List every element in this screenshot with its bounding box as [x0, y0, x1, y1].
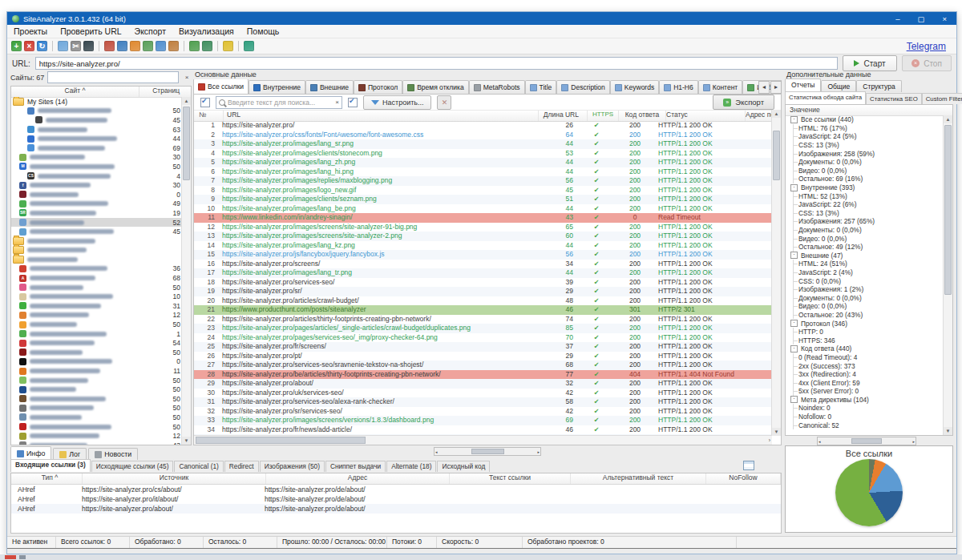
column-header-6[interactable]: Статус [666, 111, 746, 121]
table-row[interactable]: 1https://site-analyzer.pro/26✔200HTTP/1.… [194, 121, 772, 131]
sites-search-clear-icon[interactable]: × [182, 74, 192, 81]
tree-item[interactable]: Остальное: 49 (12%) [786, 243, 944, 252]
table-row[interactable]: 26https://site-analyzer.pro/pt/29✔200HTT… [194, 352, 772, 361]
export-button[interactable]: » Экспорт [713, 95, 774, 110]
site-row[interactable]: 43 [11, 441, 182, 445]
site-row[interactable]: 44 [11, 134, 182, 143]
stop-button[interactable]: × Стоп [902, 55, 952, 71]
table-row[interactable]: 4https://site-analyzer.pro/images/client… [194, 149, 772, 159]
tree-item[interactable]: Изображения: 258 (59%) [786, 149, 944, 158]
right-splitter-slider[interactable]: ◂▸ [817, 437, 916, 445]
details-column-4[interactable]: Текст ссылки [450, 473, 571, 484]
reports-tab-3[interactable]: Структура [856, 80, 901, 92]
tree-item[interactable]: Изображения: 257 (65%) [786, 217, 944, 226]
tab-metarobots[interactable]: MetaRobots [469, 80, 525, 94]
tree-item[interactable]: CSS: 13 (3%) [786, 209, 944, 218]
details-tab-3[interactable]: Новости [88, 448, 138, 460]
table-row[interactable]: 23https://site-analyzer.pro/pages/articl… [194, 324, 772, 333]
tree-item[interactable]: JavaScript: 2 (4%) [786, 268, 944, 277]
details-column-1[interactable]: Тип ^ [11, 473, 83, 484]
tab-протокол[interactable]: Протокол [354, 80, 402, 94]
table-row[interactable]: 14https://site-analyzer.pro/images/lang_… [194, 241, 772, 251]
site-row[interactable]: 0 [11, 357, 182, 367]
site-row[interactable]: 45 [11, 115, 182, 125]
column-header-3[interactable]: Длина URL [539, 111, 588, 121]
site-row[interactable]: 69 [11, 143, 182, 153]
table-row[interactable]: 17https://site-analyzer.pro/images/lang_… [194, 268, 772, 278]
site-row[interactable]: 50 [11, 394, 182, 404]
site-row[interactable]: 50 [11, 404, 182, 413]
url-input[interactable] [35, 57, 838, 70]
reports-tab-2[interactable]: Общие [821, 80, 856, 92]
table-report-icon[interactable] [168, 41, 179, 51]
tree-item[interactable]: Видео: 0 (0,0%) [786, 167, 944, 175]
collapse-icon[interactable]: - [790, 345, 798, 353]
tree-item[interactable]: 2xx (Success): 373 [786, 361, 944, 370]
details-tab-2[interactable]: Лог [53, 448, 87, 460]
collapse-icon[interactable]: - [790, 184, 798, 191]
copy-icon[interactable] [58, 41, 68, 51]
details-subtab-1[interactable]: Входящие ссылки (3) [10, 459, 91, 472]
site-row[interactable]: 12 [11, 311, 182, 320]
tree-item[interactable]: Canonical: 52 [786, 421, 944, 429]
column-header-5[interactable]: Код ответа [619, 111, 666, 121]
tree-item[interactable]: HTML: 76 (17%) [786, 124, 944, 133]
sitemap-icon[interactable] [189, 41, 200, 51]
close-button[interactable]: × [942, 14, 947, 23]
tree-item[interactable]: Документы: 0 (0,0%) [786, 293, 944, 302]
tree-group[interactable]: -Внутренние (393) [786, 183, 944, 192]
tree-item[interactable]: Видео: 0 (0,0%) [786, 302, 944, 311]
table-hscrollbar[interactable]: › [194, 435, 772, 445]
site-row[interactable]: M50 [11, 162, 182, 171]
menu-item-1[interactable]: Проекты [7, 26, 54, 36]
sidebar-scrollbar[interactable]: ▲▼ [181, 97, 191, 445]
site-row[interactable]: 50 [11, 422, 182, 432]
tree-item[interactable]: 4xx (Client Error): 59 [786, 378, 944, 387]
clear-filter-button[interactable]: ✕ [437, 95, 451, 110]
table-row[interactable]: 30https://site-analyzer.pro/uk/services-… [194, 389, 772, 398]
minimize-button[interactable]: – [895, 14, 899, 23]
value-column-header[interactable]: Значение [786, 105, 952, 116]
sites-column-pages[interactable]: Страниц [139, 87, 191, 97]
table-row[interactable]: 28https://site-analyzer.pro/be/articles/… [194, 370, 772, 380]
table-row[interactable]: 10https://site-analyzer.pro/images/lang_… [194, 204, 772, 214]
collapse-icon[interactable]: - [790, 320, 798, 327]
details-subtab-8[interactable]: Исходный код [437, 461, 490, 472]
site-row[interactable]: 30 [11, 153, 182, 163]
site-folder-row[interactable]: My Sites (14) [11, 97, 182, 107]
tree-item[interactable]: HTTP: 0 [786, 328, 944, 336]
tree-item[interactable]: JavaScript: 22 (6%) [786, 200, 944, 209]
table-row[interactable]: 33https://site-analyzer.pro/images/scree… [194, 416, 772, 425]
refresh-icon[interactable]: ↻ [37, 41, 47, 51]
tree-item[interactable]: 3xx (Redirection): 4 [786, 370, 944, 379]
table-row[interactable]: 7https://site-analyzer.pro/images/replie… [194, 176, 772, 186]
tree-item[interactable]: CSS: 0 (0,0%) [786, 276, 944, 285]
site-row[interactable]: 52 [11, 218, 182, 228]
collapse-icon[interactable]: - [790, 396, 798, 403]
details-tab-1[interactable]: Инфо [10, 446, 51, 460]
tree-item[interactable]: Остальное: 69 (16%) [786, 175, 944, 183]
delete-icon[interactable]: × [24, 41, 34, 51]
table-row[interactable]: 21https://www.producthunt.com/posts/site… [194, 305, 772, 315]
site-row[interactable]: 50 [11, 348, 182, 357]
column-header-1[interactable]: № [194, 111, 224, 121]
menu-item-4[interactable]: Визуализация [172, 26, 240, 36]
site-row[interactable]: 12 [11, 431, 182, 441]
table-row[interactable]: 15https://site-analyzer.pro/js/fancybox/… [194, 250, 772, 260]
chart-icon[interactable] [117, 41, 127, 51]
table-row[interactable]: 3https://site-analyzer.pro/images/lang_s… [194, 139, 772, 149]
table-search-input[interactable]: Введите текст для поиска... × [216, 96, 342, 109]
maximize-button[interactable]: ▢ [917, 14, 924, 23]
tree-item[interactable]: Документы: 0 (0,0%) [786, 226, 944, 235]
tree-scrollbar[interactable]: ▲▼ [943, 115, 952, 435]
table-row[interactable]: 27https://site-analyzer.pro/services-seo… [194, 361, 772, 370]
site-row[interactable]: 50 [11, 283, 182, 292]
site-row[interactable]: 50 [11, 107, 182, 116]
tab-внешние[interactable]: Внешние [305, 80, 354, 94]
tab-время-отклика[interactable]: Время отклика [402, 80, 469, 94]
site-row[interactable]: 50 [11, 376, 182, 385]
tab-контент[interactable]: Контент [698, 80, 743, 94]
table-row[interactable]: 18https://site-analyzer.pro/services-seo… [194, 278, 772, 288]
site-row[interactable]: A68 [11, 273, 182, 283]
tab-h1-h6[interactable]: H1-H6 [659, 80, 698, 94]
